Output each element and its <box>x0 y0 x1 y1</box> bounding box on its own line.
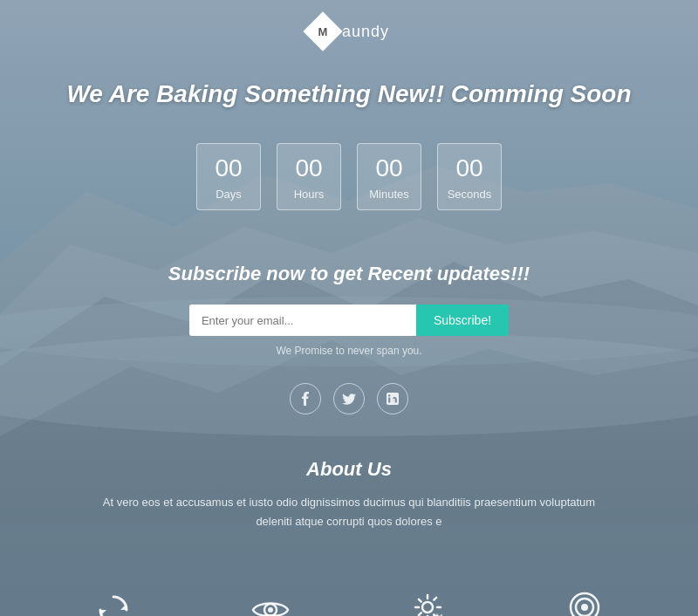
subscribe-section: Subscribe now to get Recent updates!!! S… <box>0 263 698 357</box>
logo-letter: M <box>318 25 328 38</box>
about-text: At vero eos et accusamus et iusto odio d… <box>87 493 611 531</box>
feature-vision: Our Vision At vero eos et accusamus et i… <box>192 575 349 616</box>
about-title: About Us <box>87 458 611 481</box>
vision-icon <box>209 584 332 616</box>
linkedin-icon[interactable] <box>377 383 408 414</box>
email-input[interactable] <box>189 305 416 336</box>
countdown-days: 00 Days <box>196 143 261 210</box>
svg-point-12 <box>581 604 588 611</box>
svg-point-6 <box>268 607 273 613</box>
features-grid: Our process At vero eos et accusamus et … <box>0 575 698 616</box>
facebook-icon[interactable] <box>290 383 321 414</box>
countdown-minutes: 00 Minutes <box>357 143 421 210</box>
minutes-value: 00 <box>365 156 414 181</box>
svg-marker-4 <box>100 610 106 616</box>
seconds-value: 00 <box>445 156 494 181</box>
twitter-icon[interactable] <box>333 383 365 414</box>
header: M aundy <box>0 0 698 54</box>
subscribe-note: We Promise to never span you. <box>0 345 698 357</box>
social-icons <box>0 383 698 414</box>
hero-title: We Are Baking Something New!! Comming So… <box>0 80 698 108</box>
objective-icon <box>524 584 646 616</box>
subscribe-title: Subscribe now to get Recent updates!!! <box>0 263 698 285</box>
hours-label: Hours <box>284 188 333 201</box>
about-section: About Us At vero eos et accusamus et ius… <box>0 458 698 531</box>
feature-approach: Our Approach At vero eos et accusamus et… <box>349 575 506 616</box>
countdown-seconds: 00 Seconds <box>437 143 502 210</box>
countdown-hours: 00 Hours <box>277 143 341 210</box>
seconds-label: Seconds <box>445 188 494 201</box>
svg-point-8 <box>422 602 433 613</box>
logo-diamond: M <box>303 11 342 51</box>
days-value: 00 <box>204 156 253 181</box>
days-label: Days <box>204 188 253 201</box>
subscribe-button[interactable]: Subscribe! <box>416 305 509 336</box>
minutes-label: Minutes <box>365 188 414 201</box>
logo-name: aundy <box>342 23 389 41</box>
approach-icon <box>366 584 489 616</box>
countdown: 00 Days 00 Hours 00 Minutes 00 Seconds <box>0 143 698 210</box>
logo: M aundy <box>309 17 389 45</box>
subscribe-form: Subscribe! <box>0 305 698 336</box>
hours-value: 00 <box>284 156 333 181</box>
feature-objective: Our Objective At vero eos et accusamus e… <box>506 575 663 616</box>
process-icon <box>52 584 174 616</box>
feature-process: Our process At vero eos et accusamus et … <box>35 575 192 616</box>
